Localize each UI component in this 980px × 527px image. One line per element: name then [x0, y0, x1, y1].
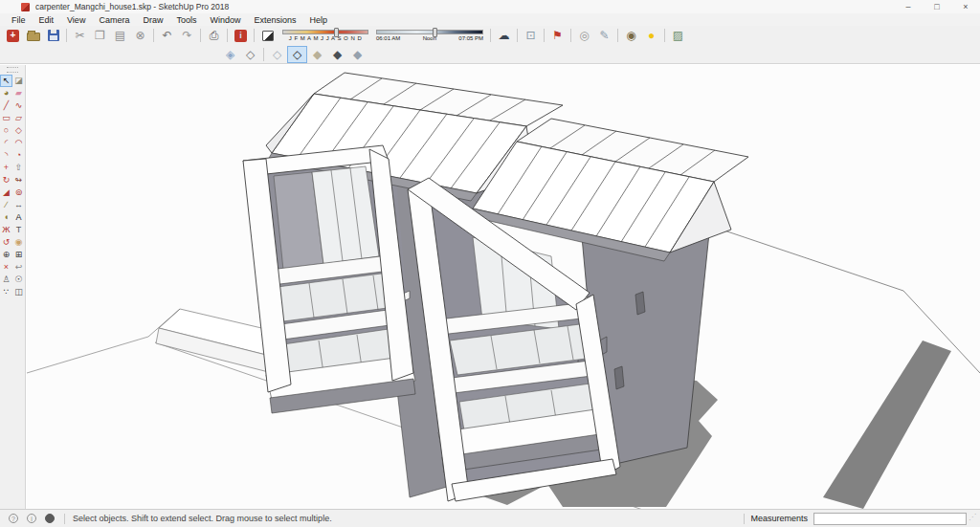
rotate-tool[interactable]: ↻: [0, 174, 12, 187]
sunset-time: 07:05 PM: [458, 35, 483, 41]
style-shaded-button[interactable]: ◆: [307, 46, 327, 63]
menu-window[interactable]: Window: [203, 13, 247, 26]
section-plane-tool[interactable]: ◫: [12, 286, 25, 298]
tape-measure-tool[interactable]: ∕: [0, 199, 12, 211]
credits-icon[interactable]: i: [27, 514, 36, 523]
push-pull-tool[interactable]: ⇧: [12, 162, 25, 174]
light-bulb-button[interactable]: ●: [641, 27, 661, 44]
paste-button[interactable]: ▤: [110, 27, 130, 44]
look-around-tool[interactable]: ☉: [12, 274, 25, 286]
status-message: Select objects. Shift to extend select. …: [73, 514, 332, 523]
time-slider-knob[interactable]: [433, 28, 437, 37]
menu-draw[interactable]: Draw: [136, 13, 169, 26]
eraser-tool[interactable]: ▰: [12, 87, 25, 99]
months-label: J F M A M J J A S O N D: [282, 35, 368, 41]
new-icon: +: [7, 30, 19, 42]
pan-tool[interactable]: ◉: [12, 236, 25, 249]
share-model-button[interactable]: ⊡: [521, 27, 541, 44]
two-point-arc-tool[interactable]: ◠: [12, 137, 25, 149]
style-wireframe-button[interactable]: ◇: [267, 46, 287, 63]
zoom-tool[interactable]: ⊕: [0, 249, 12, 261]
sketchup-window: carpenter_Mangchi_house1.skp - SketchUp …: [0, 0, 980, 527]
cut-button[interactable]: ✂: [70, 27, 90, 44]
save-button[interactable]: [43, 27, 63, 44]
offset-tool[interactable]: ⊚: [12, 187, 25, 199]
line-tool[interactable]: ╱: [0, 99, 12, 112]
freehand-tool[interactable]: ∿: [12, 99, 25, 112]
minimize-button[interactable]: –: [894, 0, 923, 13]
circle-tool[interactable]: ○: [0, 124, 12, 137]
new-button[interactable]: +: [3, 27, 23, 44]
style-monochrome-button[interactable]: ◆: [347, 46, 368, 63]
save-floppy-icon: [48, 30, 59, 41]
resize-grip[interactable]: ⋰: [969, 513, 978, 525]
window-title: carpenter_Mangchi_house1.skp - SketchUp …: [35, 2, 229, 11]
geo-hint-icon[interactable]: ?: [9, 514, 18, 523]
menu-view[interactable]: View: [60, 13, 92, 26]
date-strip[interactable]: [282, 30, 368, 34]
rectangle-tool[interactable]: ▭: [0, 112, 12, 124]
three-point-arc-tool[interactable]: ◝: [0, 149, 12, 162]
add-location-button[interactable]: ☁: [494, 27, 514, 44]
select-tool[interactable]: ↖: [0, 75, 12, 87]
polygon-tool[interactable]: ◇: [12, 124, 25, 137]
menu-camera[interactable]: Camera: [92, 13, 136, 26]
dimension-tool[interactable]: ↔: [12, 199, 25, 211]
pie-tool[interactable]: ◔: [12, 149, 25, 162]
styles-flag-button[interactable]: ⚑: [547, 27, 568, 44]
rotated-rectangle-tool[interactable]: ▱: [12, 112, 25, 124]
shadow-time-slider[interactable]: 06:01 AM Noon 07:05 PM: [376, 27, 483, 44]
menu-edit[interactable]: Edit: [33, 13, 61, 26]
follow-me-tool[interactable]: ↬: [12, 174, 25, 187]
geo-globe-button[interactable]: ◉: [621, 27, 641, 44]
text-tool[interactable]: A: [12, 211, 25, 224]
copy-button[interactable]: ❐: [90, 27, 110, 44]
three-d-text-tool[interactable]: T: [12, 224, 25, 236]
menu-help[interactable]: Help: [302, 13, 334, 26]
previous-view-tool[interactable]: ↩: [12, 261, 25, 274]
redo-button[interactable]: ↷: [177, 27, 197, 44]
model-info-button[interactable]: i: [231, 27, 251, 44]
time-strip[interactable]: [376, 30, 483, 34]
orbit-wheel-button[interactable]: ◎: [574, 27, 594, 44]
menu-extensions[interactable]: Extensions: [247, 13, 302, 26]
sketchup-logo-icon: [21, 3, 30, 11]
maximize-button[interactable]: □: [923, 0, 951, 13]
shadow-date-slider[interactable]: J F M A M J J A S O N D: [282, 27, 368, 44]
toggle-shadows-button[interactable]: [257, 27, 278, 44]
position-camera-tool[interactable]: ♙: [0, 274, 12, 286]
sunrise-time: 06:01 AM: [376, 35, 400, 41]
style-x-ray-button[interactable]: ◈: [220, 46, 240, 63]
menu-file[interactable]: File: [5, 13, 33, 26]
paint-bucket-tool[interactable]: ◕: [0, 87, 12, 99]
move-tool[interactable]: +: [0, 162, 12, 174]
photo-texture-button[interactable]: ▨: [668, 27, 688, 44]
style-shaded-textures-button[interactable]: ◆: [327, 46, 347, 63]
orbit-tool[interactable]: ↺: [0, 236, 12, 249]
erase-button[interactable]: ⊗: [130, 27, 150, 44]
measurements-input[interactable]: [813, 513, 967, 525]
print-button[interactable]: ⎙: [204, 27, 224, 44]
model-viewport[interactable]: [27, 65, 980, 509]
zoom-extents-tool[interactable]: ×: [0, 261, 12, 274]
scale-tool[interactable]: ◢: [0, 187, 12, 199]
protractor-tool[interactable]: ◖: [0, 211, 12, 224]
palette-grip[interactable]: [7, 67, 18, 73]
open-button[interactable]: [23, 27, 43, 44]
style-hidden-line-button[interactable]: ◇: [287, 46, 307, 63]
user-icon[interactable]: [45, 514, 55, 523]
close-button[interactable]: ×: [951, 0, 980, 13]
make-component-tool[interactable]: ◪: [12, 75, 25, 87]
axes-tool[interactable]: Ж: [0, 224, 12, 236]
menu-tools[interactable]: Tools: [169, 13, 203, 26]
menu-bar: File Edit View Camera Draw Tools Window …: [0, 13, 980, 26]
pencil-tool-button[interactable]: ✎: [594, 27, 614, 44]
zoom-window-tool[interactable]: ⊞: [12, 249, 25, 261]
open-folder-icon: [27, 33, 40, 41]
tool-palette: ↖ ◪ ◕ ▰ ╱ ∿ ▭ ▱ ○ ◇ ◜ ◠ ◝ ◔ + ⇧ ↻ ↬ ◢ ⊚ …: [0, 65, 26, 509]
arc-tool[interactable]: ◜: [0, 137, 12, 149]
walk-tool[interactable]: ∵: [0, 286, 12, 298]
style-back-edges-button[interactable]: ◇: [240, 46, 260, 63]
undo-button[interactable]: ↶: [157, 27, 177, 44]
date-slider-knob[interactable]: [334, 28, 339, 37]
